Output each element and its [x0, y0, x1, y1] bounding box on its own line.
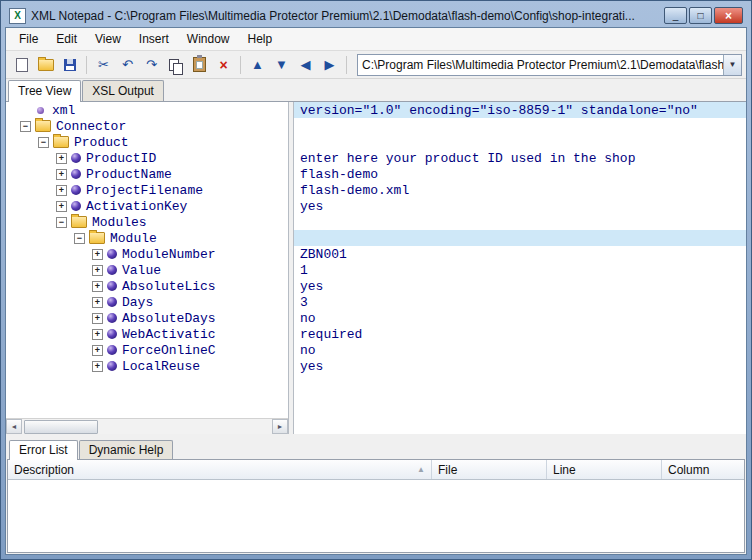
error-list-body[interactable] — [8, 480, 744, 552]
column-line[interactable]: Line — [547, 460, 662, 479]
maximize-icon: □ — [697, 11, 703, 21]
scroll-left-button[interactable]: ◄ — [6, 419, 22, 434]
xml-declaration-icon — [37, 107, 44, 114]
undo-button[interactable]: ↶ — [116, 54, 139, 76]
open-button[interactable] — [34, 54, 57, 76]
nudge-left-button[interactable]: ◀ — [294, 54, 317, 76]
save-button[interactable] — [58, 54, 81, 76]
value-row[interactable]: enter here your product ID used in the s… — [294, 150, 746, 166]
error-list-header: Description ▲ File Line Column — [8, 460, 744, 480]
collapse-icon[interactable]: − — [20, 121, 31, 132]
cut-button[interactable]: ✂ — [92, 54, 115, 76]
menu-window[interactable]: Window — [178, 30, 239, 48]
value-row[interactable]: no — [294, 342, 746, 358]
value-row[interactable]: flash-demo.xml — [294, 182, 746, 198]
tree-row[interactable]: +ActivationKey — [6, 198, 288, 214]
close-button[interactable]: × — [714, 7, 743, 24]
menu-view[interactable]: View — [86, 30, 130, 48]
tree-row[interactable]: +AbsoluteLics — [6, 278, 288, 294]
tree-row[interactable]: −Module — [6, 230, 288, 246]
value-row[interactable]: yes — [294, 198, 746, 214]
scrollbar-track[interactable] — [22, 419, 272, 434]
value-row[interactable]: flash-demo — [294, 166, 746, 182]
collapse-icon[interactable]: − — [56, 217, 67, 228]
delete-button[interactable]: × — [212, 54, 235, 76]
expand-icon[interactable]: + — [92, 281, 103, 292]
expand-icon[interactable]: + — [56, 153, 67, 164]
scrollbar-thumb[interactable] — [24, 420, 98, 434]
menu-insert[interactable]: Insert — [130, 30, 178, 48]
value-row[interactable]: yes — [294, 278, 746, 294]
redo-button[interactable]: ↷ — [140, 54, 163, 76]
nudge-up-button[interactable]: ▲ — [246, 54, 269, 76]
menu-file[interactable]: File — [10, 30, 47, 48]
tree-node-label: Connector — [56, 119, 126, 134]
collapse-icon[interactable]: − — [38, 137, 49, 148]
tree-row[interactable]: +ProjectFilename — [6, 182, 288, 198]
value-row[interactable]: 3 — [294, 294, 746, 310]
tree-row[interactable]: +LocalReuse — [6, 358, 288, 374]
value-row[interactable] — [294, 214, 746, 230]
expand-icon[interactable]: + — [92, 297, 103, 308]
arrow-left-icon: ◀ — [301, 58, 311, 71]
value-row[interactable] — [294, 230, 746, 246]
tab-error-list[interactable]: Error List — [9, 440, 78, 460]
tree-row[interactable]: +ForceOnlineC — [6, 342, 288, 358]
tree-horizontal-scrollbar[interactable]: ◄ ► — [6, 418, 288, 434]
value-row[interactable]: version="1.0" encoding="iso-8859-1" stan… — [294, 102, 746, 118]
tree-row[interactable]: +Value — [6, 262, 288, 278]
address-combobox[interactable]: C:\Program Files\Multimedia Protector Pr… — [357, 54, 742, 76]
value-row[interactable]: no — [294, 310, 746, 326]
tree-row[interactable]: −Connector — [6, 118, 288, 134]
titlebar[interactable]: X XML Notepad - C:\Program Files\Multime… — [5, 4, 747, 27]
tab-tree-view[interactable]: Tree View — [8, 80, 81, 102]
value-row[interactable]: yes — [294, 358, 746, 374]
column-file[interactable]: File — [432, 460, 547, 479]
nudge-down-button[interactable]: ▼ — [270, 54, 293, 76]
expand-icon[interactable]: + — [92, 265, 103, 276]
paste-button[interactable] — [188, 54, 211, 76]
tree-row[interactable]: xml — [6, 102, 288, 118]
combobox-dropdown-button[interactable]: ▼ — [723, 55, 741, 75]
expand-icon[interactable]: + — [56, 169, 67, 180]
menu-edit[interactable]: Edit — [47, 30, 86, 48]
value-row[interactable]: required — [294, 326, 746, 342]
tree-row[interactable]: +Days — [6, 294, 288, 310]
new-button[interactable] — [10, 54, 33, 76]
tree-row[interactable]: −Product — [6, 134, 288, 150]
tree-row[interactable]: +WebActivatic — [6, 326, 288, 342]
tab-dynamic-help[interactable]: Dynamic Help — [79, 440, 174, 459]
value-row[interactable]: ZBN001 — [294, 246, 746, 262]
tree-row[interactable]: +ProductName — [6, 166, 288, 182]
expand-icon[interactable]: + — [56, 201, 67, 212]
value-row[interactable] — [294, 134, 746, 150]
expand-icon[interactable]: + — [92, 329, 103, 340]
scroll-right-button[interactable]: ► — [272, 419, 288, 434]
tree-node-label: ForceOnlineC — [122, 343, 216, 358]
expand-icon[interactable]: + — [92, 249, 103, 260]
tree-row[interactable]: +ProductID — [6, 150, 288, 166]
value-row[interactable] — [294, 118, 746, 134]
copy-button[interactable] — [164, 54, 187, 76]
menu-help[interactable]: Help — [239, 30, 282, 48]
column-description[interactable]: Description ▲ — [8, 460, 432, 479]
expand-icon[interactable]: + — [92, 361, 103, 372]
value-row[interactable]: 1 — [294, 262, 746, 278]
close-icon: × — [725, 10, 732, 22]
expand-icon[interactable]: + — [56, 185, 67, 196]
nudge-right-button[interactable]: ▶ — [318, 54, 341, 76]
new-document-icon — [16, 58, 28, 72]
expand-icon[interactable]: + — [92, 345, 103, 356]
collapse-icon[interactable]: − — [74, 233, 85, 244]
tree-row[interactable]: +AbsoluteDays — [6, 310, 288, 326]
expand-icon[interactable]: + — [92, 313, 103, 324]
tree-row[interactable]: +ModuleNumber — [6, 246, 288, 262]
minimize-button[interactable]: _ — [664, 7, 687, 24]
column-column[interactable]: Column — [662, 460, 744, 479]
tab-xsl-output[interactable]: XSL Output — [82, 80, 164, 101]
node-value: 3 — [294, 295, 308, 310]
element-icon — [107, 361, 117, 371]
maximize-button[interactable]: □ — [689, 7, 712, 24]
tree-row[interactable]: −Modules — [6, 214, 288, 230]
node-value: yes — [294, 359, 323, 374]
